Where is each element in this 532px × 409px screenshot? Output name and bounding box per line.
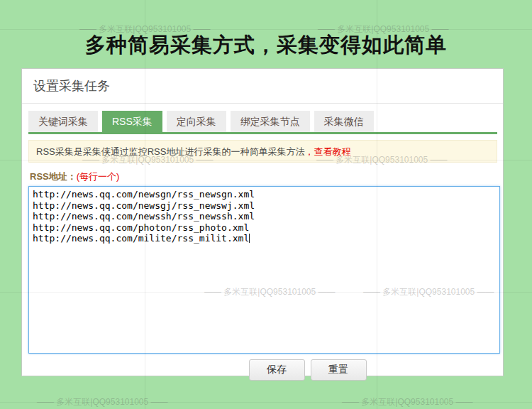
rss-url-line: http://news.qq.com/photon/rss_photo.xml <box>33 222 496 234</box>
grid-line-vertical <box>377 0 377 409</box>
one-per-line-hint: (每行一个) <box>77 171 120 182</box>
view-tutorial-link[interactable]: 查看教程 <box>314 146 350 157</box>
rss-address-label: RSS地址： <box>30 171 77 182</box>
rss-url-line: http://news.qq.com/milite/rss_milit.xml <box>33 233 496 244</box>
grid-line-horizontal <box>0 160 532 160</box>
notice-separator: ， <box>304 146 314 157</box>
save-button[interactable]: 保存 <box>249 359 305 381</box>
form-buttons: 保存 重置 <box>28 359 497 381</box>
rss-url-textarea[interactable]: http://news.qq.com/newsgn/rss_newsgn.xml… <box>28 186 500 354</box>
collection-tabs: 关键词采集 RSS采集 定向采集 绑定采集节点 采集微信 <box>28 111 497 132</box>
panel-title: 设置采集任务 <box>22 69 503 104</box>
tab-wechat-collect[interactable]: 采集微信 <box>314 111 374 132</box>
tab-rss-collect[interactable]: RSS采集 <box>102 111 162 132</box>
panel-body: 关键词采集 RSS采集 定向采集 绑定采集节点 采集微信 RSS采集是采集侠通过… <box>22 104 503 381</box>
text-cursor <box>249 234 250 243</box>
tab-directed-collect[interactable]: 定向采集 <box>167 111 226 132</box>
rss-address-label-row: RSS地址：(每行一个) <box>28 170 497 184</box>
reset-button[interactable]: 重置 <box>311 359 367 381</box>
rss-url-line: http://news.qq.com/newsgj/rss_newswj.xml <box>33 200 496 212</box>
active-tab-underline <box>28 132 497 134</box>
rss-url-line: http://news.qq.com/newssh/rss_newssh.xml <box>33 211 496 222</box>
tab-bind-collect-node[interactable]: 绑定采集节点 <box>231 111 310 132</box>
grid-line-vertical <box>145 0 145 409</box>
collection-task-panel: 设置采集任务 关键词采集 RSS采集 定向采集 绑定采集节点 采集微信 RSS采… <box>21 68 504 376</box>
grid-line-horizontal <box>0 402 532 403</box>
notice-text: RSS采集是采集侠通过监控RSS地址进行采集的一种简单采集方法 <box>36 146 304 157</box>
tab-keyword-collect[interactable]: 关键词采集 <box>28 111 98 132</box>
page-title: 多种简易采集方式，采集变得如此简单 <box>0 31 532 60</box>
grid-line-horizontal <box>0 29 532 30</box>
grid-line-horizontal <box>0 292 532 293</box>
rss-url-line: http://news.qq.com/newsgn/rss_newsgn.xml <box>33 189 496 200</box>
